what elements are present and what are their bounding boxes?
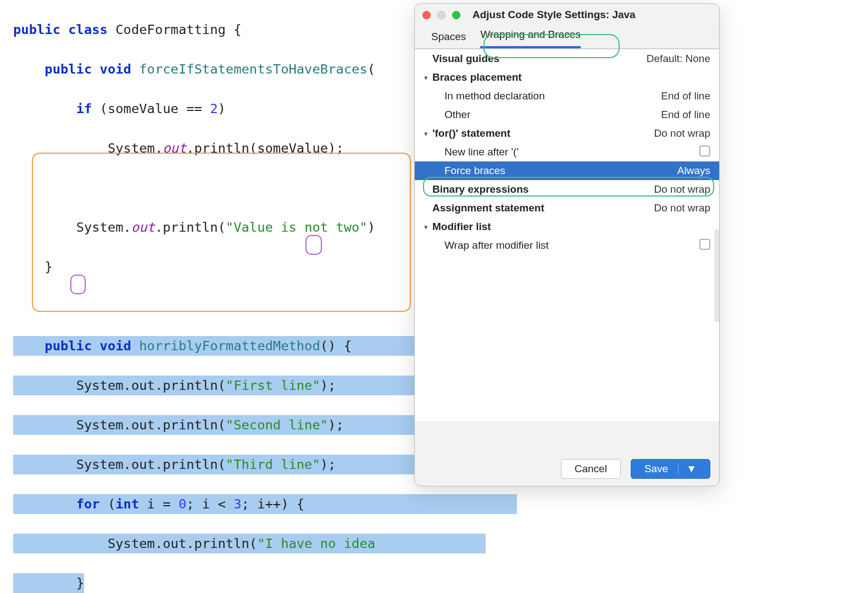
dialog-footer: Cancel Save ▼	[415, 452, 719, 486]
dialog-title: Adjust Code Style Settings: Java	[472, 9, 636, 21]
row-newline-after-paren[interactable]: New line after '('	[415, 143, 719, 161]
save-button-label: Save	[644, 463, 668, 475]
checkbox-newline-after[interactable]	[699, 146, 710, 156]
window-zoom-icon[interactable]	[452, 11, 460, 19]
save-button[interactable]: Save ▼	[631, 459, 710, 479]
row-braces-placement[interactable]: ▾ Braces placement	[415, 68, 719, 87]
row-assignment-statement[interactable]: Assignment statement Do not wrap	[415, 199, 719, 217]
cancel-button[interactable]: Cancel	[561, 459, 621, 479]
save-dropdown-icon[interactable]: ▼	[678, 463, 697, 475]
chevron-down-icon[interactable]: ▾	[419, 223, 432, 231]
row-force-braces[interactable]: Force braces Always	[415, 161, 719, 180]
dialog-titlebar: Adjust Code Style Settings: Java	[415, 4, 719, 26]
chevron-down-icon[interactable]: ▾	[419, 74, 432, 82]
row-other[interactable]: Other End of line	[415, 105, 719, 124]
tab-wrapping-braces[interactable]: Wrapping and Braces	[480, 29, 580, 48]
row-binary-expressions[interactable]: Binary expressions Do not wrap	[415, 180, 719, 199]
row-modifier-list[interactable]: ▾ Modifier list	[415, 217, 719, 236]
chevron-down-icon[interactable]: ▾	[419, 130, 432, 138]
row-visual-guides[interactable]: Visual guides Default: None	[415, 49, 719, 68]
row-wrap-after-modifier-list[interactable]: Wrap after modifier list	[415, 236, 719, 255]
dialog-tabs: Spaces Wrapping and Braces	[415, 26, 719, 49]
code-style-dialog: Adjust Code Style Settings: Java Spaces …	[414, 3, 720, 486]
checkbox-wrap-after-modifier[interactable]	[699, 239, 710, 250]
settings-list[interactable]: Visual guides Default: None ▾ Braces pla…	[415, 49, 719, 422]
row-for-statement[interactable]: ▾ 'for()' statement Do not wrap	[415, 124, 719, 143]
window-close-icon[interactable]	[422, 11, 431, 19]
window-minimize-icon	[437, 11, 446, 19]
scrollbar[interactable]	[714, 229, 720, 322]
row-in-method-declaration[interactable]: In method declaration End of line	[415, 87, 719, 105]
tab-spaces[interactable]: Spaces	[431, 31, 466, 48]
